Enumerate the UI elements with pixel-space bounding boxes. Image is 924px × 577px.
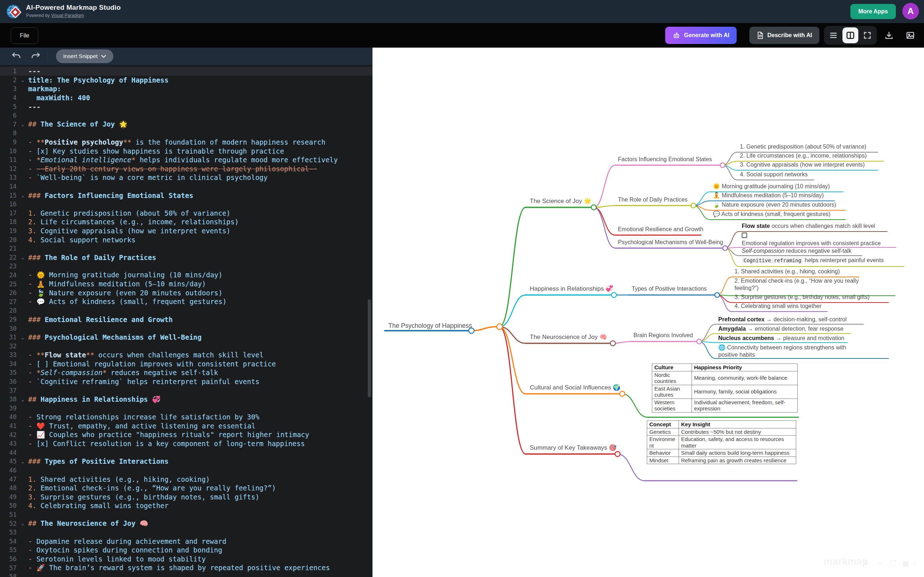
- editor-line[interactable]: 15⌄### Factors Influencing Emotional Sta…: [0, 191, 373, 200]
- fullscreen-icon[interactable]: [859, 27, 875, 43]
- editor-line[interactable]: 11- *Emotional intelligence* helps indiv…: [0, 155, 373, 164]
- editor-line[interactable]: 30: [0, 324, 373, 333]
- editor-line[interactable]: 37: [0, 386, 373, 395]
- markdown-editor[interactable]: 1---2⌄title: The Psychology of Happiness…: [0, 65, 373, 577]
- editor-line[interactable]: 27- 💬 Acts of kindness (small, frequent …: [0, 297, 373, 306]
- map-node-types[interactable]: Types of Positive Interactions: [632, 285, 707, 292]
- fold-chevron-icon[interactable]: ⌄: [17, 255, 28, 260]
- map-node-b3[interactable]: Nucleus accumbens → pleasure and motivat…: [718, 335, 845, 342]
- avatar[interactable]: A: [902, 3, 919, 19]
- editor-line[interactable]: 8: [0, 129, 373, 138]
- editor-line[interactable]: 6: [0, 111, 373, 120]
- editor-line[interactable]: 44: [0, 448, 373, 457]
- editor-line[interactable]: 28: [0, 306, 373, 315]
- editor-line[interactable]: 193. Cognitive appraisals (how we interp…: [0, 226, 373, 235]
- fold-chevron-icon[interactable]: ⌄: [17, 397, 28, 402]
- fit-view-icon[interactable]: ⛶: [891, 559, 896, 567]
- map-node-d1[interactable]: 🌞 Morning gratitude journaling (10 mins/…: [713, 183, 830, 190]
- editor-line[interactable]: 34- [ ] Emotional regulation improves wi…: [0, 359, 373, 369]
- editor-line[interactable]: 493. Surprise gestures (e.g., birthday n…: [0, 493, 373, 501]
- map-node-cultural[interactable]: Cultural and Social Influences 🌍: [530, 384, 620, 391]
- editor-line[interactable]: 58: [0, 572, 373, 577]
- editor-line[interactable]: 4 maxWidth: 400: [0, 93, 373, 102]
- concept-table[interactable]: ConceptKey InsightGeneticsContributes ~5…: [647, 421, 796, 464]
- editor-line[interactable]: 471. Shared activities (e.g., hiking, co…: [0, 475, 373, 484]
- map-node-science[interactable]: The Science of Joy 🌟: [530, 198, 591, 205]
- editor-line[interactable]: 24- 🌞 Morning gratitude journaling (10 m…: [0, 271, 373, 280]
- editor-line[interactable]: 46: [0, 466, 373, 475]
- map-node-t4[interactable]: 4. Celebrating small wins together: [735, 303, 822, 310]
- map-node-t2[interactable]: 2. Emotional check-ins (e.g., “How are y…: [735, 277, 874, 292]
- download-icon[interactable]: [882, 28, 896, 43]
- map-node-t1[interactable]: 1. Shared activities (e.g., hiking, cook…: [735, 268, 840, 275]
- editor-line[interactable]: 43- [x] Conflict resolution is a key com…: [0, 439, 373, 448]
- editor-line[interactable]: 25- 🧘 Mindfulness meditation (5–10 mins/…: [0, 279, 373, 288]
- editor-view-icon[interactable]: [825, 27, 842, 43]
- map-node-f4[interactable]: 4. Social support networks: [740, 171, 808, 178]
- editor-line[interactable]: 22⌄### The Role of Daily Practices: [0, 253, 373, 262]
- map-node-p1[interactable]: Flow state occurs when challenges match …: [742, 222, 875, 230]
- editor-line[interactable]: 52⌄## The Neuroscience of Joy 🧠: [0, 519, 373, 528]
- file-menu-button[interactable]: File: [11, 27, 38, 44]
- fold-chevron-icon[interactable]: ⌄: [17, 193, 28, 198]
- fold-chevron-icon[interactable]: ⌄: [17, 121, 28, 127]
- editor-line[interactable]: 26- 🍃 Nature exposure (even 20 minutes o…: [0, 288, 373, 298]
- editor-line[interactable]: 42- 📈 Couples who practice "happiness ri…: [0, 430, 373, 439]
- editor-line[interactable]: 182. Life circumstances (e.g., income, r…: [0, 218, 373, 226]
- map-node-d4[interactable]: 💬 Acts of kindness (small, frequent gest…: [713, 211, 830, 218]
- map-node-d2[interactable]: 🧘 Mindfulness meditation (5–10 mins/day): [713, 192, 824, 199]
- theme-icon[interactable]: ◐: [913, 559, 917, 567]
- visual-paradigm-link[interactable]: Visual Paradigm: [51, 13, 84, 18]
- map-node-p2[interactable]: Emotional regulation improves with consi…: [742, 233, 911, 247]
- fold-chevron-icon[interactable]: ⌄: [17, 77, 28, 82]
- editor-line[interactable]: 57- 🚀 The brain’s reward system is shape…: [0, 563, 373, 572]
- map-node-b1[interactable]: Prefrontal cortex → decision-making, sel…: [718, 316, 847, 323]
- map-node-brain[interactable]: Brain Regions Involved: [633, 332, 693, 339]
- editor-line[interactable]: 13- `Well-being` is now a core metric in…: [0, 173, 373, 182]
- editor-line[interactable]: 10- [x] Key studies show happiness is tr…: [0, 147, 373, 155]
- map-node-resil[interactable]: Emotional Resilience and Growth: [618, 226, 703, 233]
- fold-chevron-icon[interactable]: ⌄: [17, 521, 28, 526]
- map-node-f3[interactable]: 3. Cognitive appraisals (how we interpre…: [740, 161, 865, 168]
- editor-line[interactable]: 39: [0, 404, 373, 413]
- mindmap-canvas[interactable]: [373, 48, 924, 577]
- editor-line[interactable]: 16: [0, 200, 373, 209]
- editor-line[interactable]: 1---: [0, 67, 373, 76]
- editor-line[interactable]: 29### Emotional Resilience and Growth: [0, 315, 373, 324]
- editor-line[interactable]: 54- Dopamine release during achievement …: [0, 537, 373, 546]
- generate-with-ai-button[interactable]: Generate with AI: [665, 27, 737, 44]
- export-image-icon[interactable]: [903, 28, 918, 43]
- map-node-b2[interactable]: Amygdala → emotional detection, fear res…: [718, 325, 843, 332]
- map-node-root[interactable]: The Psychology of Happiness: [388, 322, 472, 329]
- map-node-happiness[interactable]: Happiness in Relationships 💞: [530, 285, 613, 292]
- editor-line[interactable]: 21: [0, 244, 373, 253]
- map-node-d3[interactable]: 🍃 Nature exposure (even 20 minutes outdo…: [713, 201, 836, 208]
- map-node-daily[interactable]: The Role of Daily Practices: [618, 196, 688, 203]
- frame-icon[interactable]: ▣: [902, 559, 909, 567]
- editor-line[interactable]: 504. Celebrating small wins together: [0, 501, 373, 510]
- editor-line[interactable]: 33- **Flow state** occurs when challenge…: [0, 351, 373, 359]
- map-node-b4[interactable]: 🌐 Connectivity between regions strengthe…: [718, 344, 858, 358]
- undo-icon[interactable]: [10, 50, 23, 62]
- editor-scrollbar[interactable]: [368, 299, 371, 397]
- editor-line[interactable]: 23: [0, 262, 373, 271]
- editor-line[interactable]: 482. Emotional check-ins (e.g., “How are…: [0, 484, 373, 493]
- map-node-psych[interactable]: Psychological Mechanisms of Well-Being: [618, 239, 723, 246]
- editor-line[interactable]: 3markmap:: [0, 84, 373, 93]
- editor-line[interactable]: 36- `Cognitive reframing` helps reinterp…: [0, 377, 373, 386]
- culture-table[interactable]: CultureHappiness PriorityNordic countrie…: [652, 364, 798, 413]
- editor-line[interactable]: 32: [0, 342, 373, 351]
- editor-line[interactable]: 38⌄## Happiness in Relationships 💞: [0, 395, 373, 404]
- fold-chevron-icon[interactable]: ⌄: [17, 335, 28, 340]
- map-node-summary[interactable]: Summary of Key Takeaways 🎯: [530, 444, 617, 451]
- zoom-in-icon[interactable]: +: [863, 558, 868, 568]
- map-node-f2[interactable]: 2. Life circumstances (e.g., income, rel…: [740, 152, 867, 160]
- insert-snippet-button[interactable]: Insert Snippet: [56, 49, 113, 63]
- editor-line[interactable]: 204. Social support networks: [0, 235, 373, 244]
- split-view-icon[interactable]: [842, 27, 858, 43]
- describe-with-ai-button[interactable]: Describe with AI: [749, 27, 819, 44]
- editor-line[interactable]: 2⌄title: The Psychology of Happiness: [0, 76, 373, 85]
- more-apps-button[interactable]: More Apps: [850, 4, 896, 19]
- editor-line[interactable]: 55- Oxytocin spikes during connection an…: [0, 546, 373, 554]
- editor-line[interactable]: 14: [0, 182, 373, 191]
